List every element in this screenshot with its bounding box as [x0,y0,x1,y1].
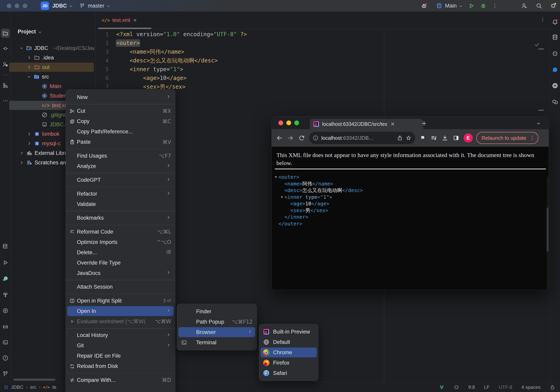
tree-row-src[interactable]: src [0,72,95,81]
close-icon[interactable] [132,18,137,23]
settings-gear-icon[interactable] [550,3,556,9]
menu-item-finder[interactable]: Finder [177,306,257,317]
chevron-down-icon[interactable] [106,4,111,9]
horizontal-scrollbar[interactable] [13,379,55,381]
notifications-bell-icon[interactable] [552,19,558,25]
menu-item-firefox[interactable]: Firefox [259,358,318,368]
tab-text-xml[interactable]: </> text.xml [98,11,141,29]
chevron-right-menu-icon[interactable] [27,65,32,70]
menu-item-optimize-imports[interactable]: Optimize Imports^⌥O [66,237,175,247]
menu-item-bookmarks[interactable]: Bookmarks [66,213,175,223]
project-panel-header[interactable]: Project [18,29,42,35]
menu-item-compare-with[interactable]: Compare With...⌘D [66,375,175,385]
chevron-right-menu-icon[interactable] [27,55,32,60]
menu-item-reload-from-disk[interactable]: Reload from Disk [66,361,175,372]
share-icon[interactable] [397,135,403,141]
menu-item-analyze[interactable]: Analyze [66,161,175,171]
download-icon[interactable] [442,135,448,141]
lock-open-icon[interactable] [550,384,555,390]
more-actions-icon[interactable] [492,3,498,9]
project-folder-icon[interactable] [2,30,9,37]
menu-item-path-popup[interactable]: Path Popup⌥⌘F12 [177,317,257,327]
collapse-triangle-icon[interactable]: ▼ [281,194,284,201]
tree-row-jdbc[interactable]: JDBC~/Desktop/CS/Jav [0,43,95,53]
tree-row-out[interactable]: out [0,62,95,72]
sidebar-panel-icon[interactable] [453,135,459,141]
chevron-down-small-icon[interactable] [27,74,31,79]
menu-item-repair-ide-on-file[interactable]: Repair IDE on File [66,351,175,361]
status-4-spaces[interactable]: 4 spaces [521,384,540,390]
menu-item-refactor[interactable]: Refactor [66,189,175,199]
menu-item-delete[interactable]: Delete... [66,247,175,258]
chevron-right-menu-icon[interactable] [19,151,24,156]
menu-item-git[interactable]: Git [66,341,175,351]
extensions-puzzle-icon[interactable] [420,135,426,141]
breadcrumb-segment[interactable]: te [52,384,56,390]
breadcrumb-segment[interactable]: JDBC [11,384,23,390]
menu-item-validate[interactable]: Validate [66,199,175,209]
menu-item-attach-session[interactable]: Attach Session [66,282,175,292]
menu-item-open-in[interactable]: Open In [66,306,175,316]
zoom-window-button[interactable] [23,4,27,8]
chrome-minimize-button[interactable] [286,121,291,125]
menu-item-safari[interactable]: Safari [259,368,318,378]
add-user-icon[interactable] [521,3,527,9]
menu-item-built-in-preview[interactable]: IJBuilt-in Preview [259,327,318,337]
terminal-icon[interactable] [2,339,9,345]
menu-item-codegpt[interactable]: CodeGPT [66,175,175,185]
address-bar[interactable]: localhost:63342/JDB... [309,132,415,144]
close-icon[interactable] [390,121,395,127]
copilot-icon[interactable] [552,50,558,57]
v-logo-icon[interactable] [439,384,445,390]
search-icon[interactable] [536,3,542,9]
status-lf[interactable]: LF [484,384,490,390]
copilot-duo-icon[interactable] [552,99,558,105]
back-icon[interactable] [276,135,283,141]
relaunch-to-update-button[interactable]: Relaunch to update [476,132,538,144]
no-bugs-icon[interactable] [421,3,428,9]
menu-item-browser[interactable]: Browser [177,327,257,337]
menu-item-copy[interactable]: Copy⌘C [66,116,175,127]
plugin-owl-icon[interactable] [2,275,9,282]
status-9-8[interactable]: 9:8 [468,384,475,390]
chrome-zoom-button[interactable] [294,121,299,125]
chevron-down-small-icon[interactable] [19,46,24,50]
services-hexagon-icon[interactable] [2,308,9,314]
menu-item-cut[interactable]: Cut⌘X [66,106,175,116]
openai-logo-icon[interactable] [552,82,558,89]
profile-avatar[interactable]: E [464,133,473,142]
tab-search-icon[interactable] [536,121,541,126]
status-utf-8[interactable]: UTF-8 [499,384,512,390]
reload-icon[interactable] [298,135,305,141]
menu-item-find-usages[interactable]: Find Usages⌥F7 [66,151,175,161]
ai-chat-bubble-icon[interactable] [552,67,558,73]
bookmark-star-icon[interactable] [406,135,411,141]
run-button[interactable] [468,3,475,9]
menu-item-chrome[interactable]: Chrome [259,347,318,358]
breadcrumb-segment[interactable]: src [30,384,36,390]
build-hammer-icon[interactable] [2,291,9,298]
run-config-icon[interactable] [436,3,442,9]
chevron-down-icon[interactable] [458,4,463,9]
chevron-right-menu-icon[interactable] [27,131,32,137]
scrollbar[interactable] [547,177,549,290]
copilot-small-icon[interactable] [454,384,459,390]
menu-item-reformat-code[interactable]: Reformat Code⌥⌘L [66,227,175,237]
menu-item-new[interactable]: New [66,92,175,102]
database-check-icon[interactable] [2,243,9,250]
debug-button[interactable] [480,3,487,9]
menu-item-copy-path-reference[interactable]: Copy Path/Reference... [66,127,175,137]
chevron-right-menu-icon[interactable] [27,141,32,146]
code-editor[interactable]: 1<?xml version="1.0" encoding="UTF-8" ?>… [96,30,550,91]
site-info-icon[interactable] [313,135,319,141]
forward-icon[interactable] [287,135,294,141]
menu-item-evaluate-worksheet-w[interactable]: Evaluate worksheet (⌥⌘W)⌥⌘W [66,316,175,327]
menu-item-terminal[interactable]: Terminal [177,337,257,348]
menu-item-javadocs[interactable]: JavaDocs [66,268,175,278]
branch-name[interactable]: master [88,3,105,9]
run-config-name[interactable]: Main [445,3,457,9]
inspections-ok-icon[interactable] [534,42,540,48]
close-window-button[interactable] [7,4,11,8]
menu-item-local-history[interactable]: Local History [66,330,175,341]
menu-item-paste[interactable]: Paste⌘V [66,137,175,147]
